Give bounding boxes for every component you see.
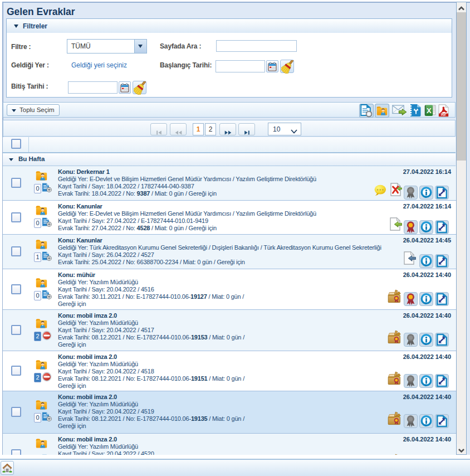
svg-text:X: X — [427, 106, 432, 115]
svg-text:PDF: PDF — [441, 114, 446, 116]
